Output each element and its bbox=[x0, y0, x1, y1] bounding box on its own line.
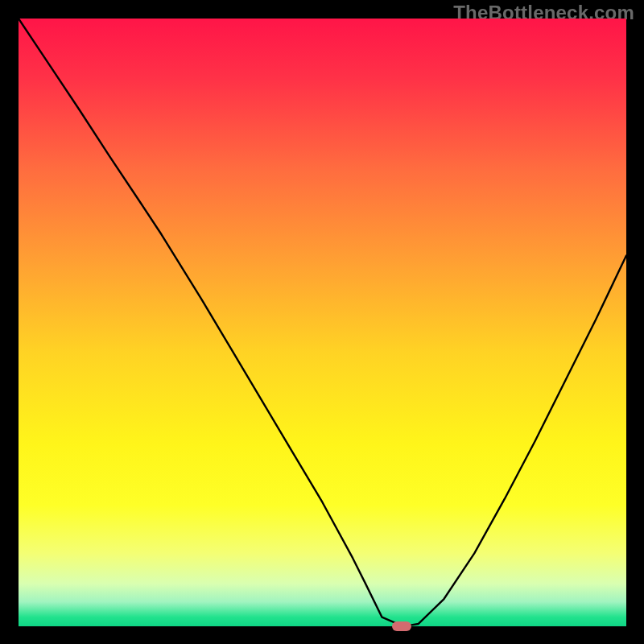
bottleneck-chart bbox=[19, 19, 626, 626]
optimum-marker bbox=[392, 621, 411, 631]
chart-frame: TheBottleneck.com bbox=[0, 0, 644, 644]
gradient-background bbox=[19, 19, 626, 626]
